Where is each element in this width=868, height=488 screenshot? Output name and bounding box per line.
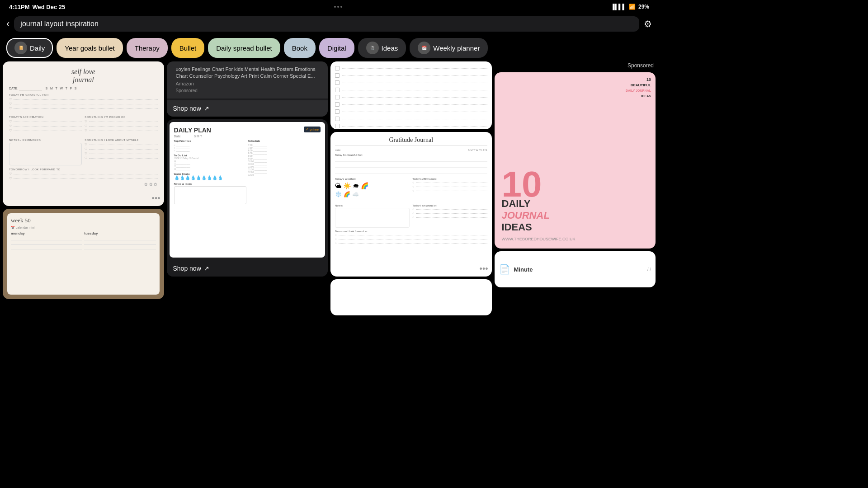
status-right: ▐▌▌▌ 📶 29% [611, 4, 649, 10]
wifi-icon: 📶 [629, 4, 636, 10]
checklist-rows [335, 66, 487, 129]
main-grid: self lovejournal DATE: _____________ S M… [0, 61, 658, 364]
chip-weekly[interactable]: 📅 Weekly planner [410, 38, 488, 58]
proud-label: SOMETHING I'M PROUD OF [85, 116, 157, 118]
back-button[interactable]: ‹ [6, 18, 9, 30]
notes-label-g: Notes: [335, 204, 410, 207]
chip-year-goals[interactable]: Year goals bullet [57, 38, 123, 58]
date: Wed Dec 25 [33, 4, 66, 10]
ad-daily-plan-card[interactable]: DAILY PLAN ✓ prime Date: _____ S M T Top… [167, 119, 328, 277]
chip-book[interactable]: Book [284, 38, 316, 58]
ideas-top-label: 10 BEAUTIFUL DAILY JOURNAL IDEAS [626, 77, 651, 99]
external-link-icon: ↗ [204, 105, 209, 112]
ad-feelings-sponsored: Sponsored [171, 87, 324, 94]
ideas-number: 10 [502, 166, 542, 202]
ideas-daily: DAILY [502, 198, 531, 210]
self-love-title: self lovejournal [9, 68, 158, 84]
self-love-date: DATE: _____________ S M T W T F S [9, 87, 158, 90]
filter-chips: 📔 Daily Year goals bullet Therapy Bullet… [0, 34, 658, 61]
shop-now-daily-label: Shop now [173, 265, 201, 272]
battery: 29% [638, 4, 649, 10]
external-link-icon-2: ↗ [204, 265, 209, 272]
gratitude-title: Gratitude Journal [335, 136, 487, 146]
minute-icon: 📄 [499, 264, 510, 275]
week-inner: week 50 📅 calendar mini monday tuesday [7, 213, 160, 295]
search-input[interactable] [20, 20, 633, 28]
chip-therapy-label: Therapy [135, 44, 160, 52]
weather-label: Today's Weather: [335, 178, 410, 180]
daily-plan-title: DAILY PLAN [174, 127, 321, 134]
grateful-for-label: Today I'm Grateful For: [335, 154, 487, 156]
chip-bullet[interactable]: Bullet [171, 38, 205, 58]
shop-now-daily-button[interactable]: Shop now ↗ [167, 260, 328, 277]
filter-button[interactable]: ⚙ [644, 19, 652, 29]
column-4: Sponsored 10 BEAUTIFUL DAILY JOURNAL IDE… [495, 61, 656, 364]
column-1: self lovejournal DATE: _____________ S M… [3, 61, 164, 364]
ad-feelings-card[interactable]: uoyien Feelings Chart For kids Mental He… [167, 61, 328, 117]
daily-plan-inner: DAILY PLAN ✓ prime Date: _____ S M T Top… [170, 122, 326, 258]
time: 4:11PM [9, 4, 30, 10]
bottom-white-card[interactable] [330, 279, 492, 315]
week-card[interactable]: week 50 📅 calendar mini monday tuesday [3, 209, 164, 299]
column-3: Gratitude Journal date: S M T W Th F S T… [330, 61, 492, 364]
chip-digital[interactable]: Digital [319, 38, 354, 58]
ad-feelings-title: uoyien Feelings Chart For kids Mental He… [171, 66, 324, 80]
chip-weekly-label: Weekly planner [433, 44, 480, 52]
chip-daily[interactable]: 📔 Daily [6, 38, 53, 58]
chip-ideas-label: Ideas [382, 44, 398, 52]
proud-label-g: Today I am proud of: [412, 204, 487, 207]
ad-feelings-source: Amazon [171, 80, 324, 87]
weather-icons-2: ❄️🌈☁️ [335, 191, 410, 197]
search-wrapper[interactable] [14, 16, 639, 32]
chip-daily-label: Daily [30, 44, 45, 52]
chip-bullet-label: Bullet [179, 44, 197, 52]
chip-daily-spread[interactable]: Daily spread bullet [208, 38, 280, 58]
gratitude-date-label: date: [335, 149, 341, 151]
search-bar-container: ‹ ⚙ [0, 14, 658, 34]
signal-icon: ▐▌▌▌ [611, 4, 626, 10]
gratitude-more-button[interactable]: ••• [480, 265, 488, 273]
tuesday-label: tuesday [84, 231, 156, 235]
week-title: week 50 [11, 217, 156, 224]
chip-digital-label: Digital [327, 44, 346, 52]
daily-plan-grid: Top Priorities ○ ___________ ○ _________… [174, 140, 321, 204]
sponsored-label: Sponsored [495, 61, 656, 70]
ideas-ideas: IDEAS [502, 221, 532, 233]
weather-icons: 🌥☀️🌧🌈 [335, 182, 410, 189]
checklist-card[interactable] [330, 61, 492, 129]
prime-badge: ✓ prime [304, 127, 321, 132]
minute-label: Minute [514, 266, 533, 273]
grateful-label: TODAY I'M GRATEFUL FOR [9, 94, 158, 96]
monday-label: monday [11, 231, 82, 235]
chip-book-label: Book [292, 44, 307, 52]
minute-time: / / [647, 267, 651, 272]
ideas-journal: JOURNAL [502, 210, 550, 221]
affirmations-label: Today's Affirmations: [412, 178, 487, 180]
affirmation-label: TODAY'S AFFIRMATION [9, 116, 82, 118]
gratitude-days: S M T W Th F S [468, 149, 487, 151]
chip-year-label: Year goals bullet [65, 44, 114, 52]
tomorrow-label: TOMORROW I LOOK FORWARD TO [9, 168, 158, 171]
gratitude-card[interactable]: Gratitude Journal date: S M T W Th F S T… [330, 132, 492, 277]
ideas-url: WWW.THEBOREDHOUSEWIFE.CO.UK [502, 237, 576, 241]
shop-now-feelings-button[interactable]: Shop now ↗ [167, 100, 328, 117]
tomorrow-label-g: Tomorrow I look forward to: [335, 230, 487, 233]
chip-therapy[interactable]: Therapy [127, 38, 168, 58]
chip-daily-spread-label: Daily spread bullet [216, 44, 272, 52]
self-love-card[interactable]: self lovejournal DATE: _____________ S M… [3, 61, 164, 206]
status-bar: 4:11PM Wed Dec 25 ▐▌▌▌ 📶 29% [0, 0, 658, 14]
chip-ideas[interactable]: 📓 Ideas [358, 38, 406, 58]
love-label: SOMETHING I LOVE ABOUT MYSELF [85, 139, 157, 141]
ideas-card[interactable]: 10 BEAUTIFUL DAILY JOURNAL IDEAS 10 DAIL… [495, 72, 656, 249]
notes-label: NOTES / REMINDERS [9, 139, 82, 141]
column-2: uoyien Feelings Chart For kids Mental He… [167, 61, 328, 364]
minute-card[interactable]: 📄 Minute / / [495, 251, 656, 287]
more-options-button[interactable]: ••• [152, 194, 160, 202]
shop-now-feelings-label: Shop now [173, 105, 201, 112]
